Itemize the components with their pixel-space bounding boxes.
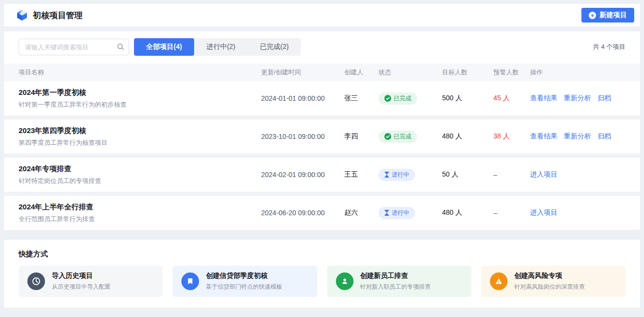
toolbar: 全部项目(4) 进行中(2) 已完成(2) 共 4 个项目 — [4, 38, 640, 56]
table-row: 2024年上半年全行排查 全行范围员工异常行为排查 2024-06-20 09:… — [4, 196, 640, 230]
status-badge: 进行中 — [378, 207, 415, 219]
new-project-button-label: 新建项目 — [600, 11, 627, 20]
status-label: 进行中 — [392, 171, 409, 179]
tab-in-progress[interactable]: 进行中(2) — [194, 38, 247, 56]
shortcut-description: 针对高风险岗位的深度排查 — [514, 283, 585, 291]
user-icon — [336, 272, 354, 290]
project-status-cell: 进行中 — [378, 169, 442, 181]
row-divider — [4, 115, 640, 119]
project-description: 针对特定岗位员工的专项排查 — [19, 177, 101, 185]
warning-count: 38 人 — [493, 132, 530, 141]
row-divider — [4, 154, 640, 158]
project-time: 2023-10-01 09:00:00 — [261, 133, 344, 140]
status-badge: 已完成 — [378, 131, 417, 143]
status-badge: 已完成 — [378, 92, 417, 105]
project-name-cell: 2024年第一季度初核 针对第一季度员工异常行为的初步核查 — [19, 88, 261, 109]
shortcut-description: 基于信贷部门特点的快速模板 — [206, 283, 282, 291]
project-status-cell: 已完成 — [378, 131, 442, 143]
column-header-target: 目标人数 — [442, 68, 493, 77]
shortcut-text: 导入历史项目 从历史项目中导入配置 — [52, 272, 111, 291]
project-description: 第四季度员工异常行为核查项目 — [19, 138, 108, 147]
column-header-warning: 预警人数 — [493, 68, 530, 77]
page-title-group: 初核项目管理 — [16, 9, 83, 21]
project-name-cell: 2024年上半年全行排查 全行范围员工异常行为排查 — [19, 203, 261, 224]
shortcut-title: 创建新员工排查 — [360, 272, 431, 280]
shortcut-import-history[interactable]: 导入历史项目 从历史项目中导入配置 — [19, 266, 163, 297]
target-count: 480 人 — [442, 132, 493, 141]
shortcuts-row: 导入历史项目 从历史项目中导入配置 创建信贷部季度初核 基于信贷部门特点的快速模… — [19, 266, 625, 297]
status-label: 已完成 — [394, 94, 411, 103]
filter-tabs: 全部项目(4) 进行中(2) 已完成(2) — [134, 38, 301, 56]
shortcut-create-credit-review[interactable]: 创建信贷部季度初核 基于信贷部门特点的快速模板 — [173, 266, 317, 297]
shortcuts-title: 快捷方式 — [19, 249, 625, 259]
shortcut-text: 创建新员工排查 针对新入职员工的专项排查 — [360, 272, 431, 291]
search-input[interactable] — [19, 39, 129, 55]
project-count: 共 4 个项目 — [593, 43, 625, 51]
enter-project-link[interactable]: 进入项目 — [530, 170, 557, 179]
project-creator: 赵六 — [344, 208, 378, 217]
row-actions: 进入项目 — [530, 170, 625, 179]
project-name: 2024年上半年全行排查 — [19, 203, 93, 212]
target-count: 480 人 — [442, 208, 493, 217]
shortcut-title: 创建信贷部季度初核 — [206, 272, 282, 280]
warning-count: – — [493, 171, 530, 179]
table-header: 项目名称 更新/创建时间 创建人 状态 目标人数 预警人数 操作 — [4, 64, 640, 81]
check-circle-icon — [384, 133, 391, 140]
archive-link[interactable]: 归档 — [598, 94, 611, 103]
row-divider — [4, 192, 640, 196]
row-actions: 查看结果 重新分析 归档 — [530, 94, 625, 103]
project-name: 2023年第四季度初核 — [19, 126, 86, 136]
column-header-time: 更新/创建时间 — [261, 68, 344, 77]
status-label: 进行中 — [392, 209, 409, 217]
status-label: 已完成 — [394, 133, 411, 141]
project-name-cell: 2024年专项排查 针对特定岗位员工的专项排查 — [19, 164, 261, 185]
page-header: 初核项目管理 + 新建项目 — [4, 4, 640, 26]
search-icon[interactable] — [117, 43, 124, 50]
row-actions: 进入项目 — [530, 208, 625, 217]
status-badge: 进行中 — [378, 169, 415, 181]
app-logo-cube-icon — [16, 9, 28, 21]
warning-count: 45 人 — [493, 94, 530, 103]
shortcut-text: 创建信贷部季度初核 基于信贷部门特点的快速模板 — [206, 272, 282, 291]
warning-icon — [490, 272, 508, 290]
column-header-name: 项目名称 — [19, 68, 261, 77]
project-status-cell: 进行中 — [378, 207, 442, 219]
hourglass-icon — [384, 172, 389, 178]
view-results-link[interactable]: 查看结果 — [530, 94, 557, 103]
project-name-cell: 2023年第四季度初核 第四季度员工异常行为核查项目 — [19, 126, 261, 147]
project-creator: 王五 — [344, 170, 378, 179]
plus-icon: + — [589, 12, 596, 19]
shortcut-create-high-risk-special[interactable]: 创建高风险专项 针对高风险岗位的深度排查 — [481, 266, 625, 297]
project-description: 全行范围员工异常行为排查 — [19, 215, 95, 224]
shortcut-create-new-employee-check[interactable]: 创建新员工排查 针对新入职员工的专项排查 — [327, 266, 471, 297]
table-row: 2024年专项排查 针对特定岗位员工的专项排查 2024-02-01 09:00… — [4, 158, 640, 192]
project-creator: 张三 — [344, 94, 378, 103]
tab-all-projects[interactable]: 全部项目(4) — [134, 38, 194, 56]
check-circle-icon — [384, 95, 391, 102]
warning-count: – — [493, 209, 530, 217]
target-count: 500 人 — [442, 94, 493, 103]
project-description: 针对第一季度员工异常行为的初步核查 — [19, 100, 127, 109]
shortcut-description: 针对新入职员工的专项排查 — [360, 283, 431, 291]
reanalyze-link[interactable]: 重新分析 — [564, 132, 591, 141]
table-row: 2023年第四季度初核 第四季度员工异常行为核查项目 2023-10-01 09… — [4, 119, 640, 154]
new-project-button[interactable]: + 新建项目 — [581, 8, 634, 23]
view-results-link[interactable]: 查看结果 — [530, 132, 557, 141]
hourglass-icon — [384, 210, 389, 216]
project-name: 2024年第一季度初核 — [19, 88, 86, 97]
enter-project-link[interactable]: 进入项目 — [530, 208, 557, 217]
project-name: 2024年专项排查 — [19, 164, 71, 174]
shortcuts-panel: 快捷方式 导入历史项目 从历史项目中导入配置 创建信贷部季度初核 — [4, 240, 640, 308]
column-header-creator: 创建人 — [344, 68, 378, 77]
target-count: 50 人 — [442, 170, 493, 179]
shortcut-text: 创建高风险专项 针对高风险岗位的深度排查 — [514, 272, 585, 291]
project-time: 2024-02-01 09:00:00 — [261, 171, 344, 179]
reanalyze-link[interactable]: 重新分析 — [564, 94, 591, 103]
tab-completed[interactable]: 已完成(2) — [247, 38, 301, 56]
bookmark-icon — [181, 272, 199, 290]
shortcut-title: 导入历史项目 — [52, 272, 111, 280]
page-title: 初核项目管理 — [33, 10, 83, 21]
project-time: 2024-01-01 09:00:00 — [261, 94, 344, 102]
clock-icon — [27, 272, 45, 290]
archive-link[interactable]: 归档 — [598, 132, 611, 141]
